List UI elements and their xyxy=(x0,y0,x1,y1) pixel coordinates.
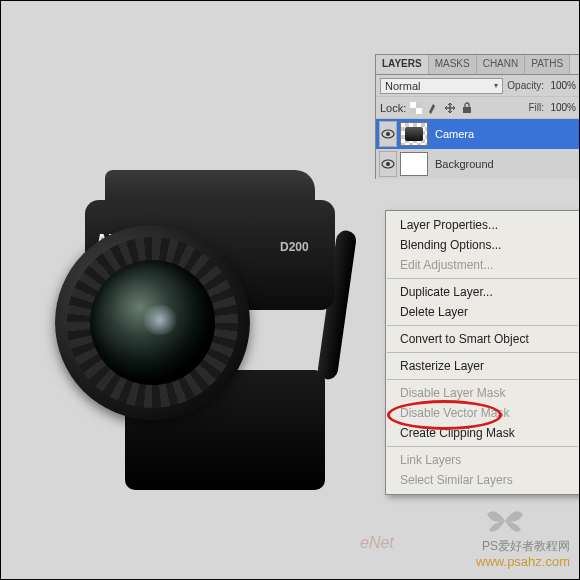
fill-label: Fill: xyxy=(528,102,544,113)
menu-item-select-similar-layers: Select Similar Layers xyxy=(386,470,579,490)
svg-rect-1 xyxy=(410,102,416,108)
menu-item-create-clipping-mask[interactable]: Create Clipping Mask xyxy=(386,423,579,443)
menu-separator xyxy=(387,446,578,447)
tab-paths[interactable]: PATHS xyxy=(525,55,570,74)
opacity-label: Opacity: xyxy=(507,80,544,91)
menu-item-disable-layer-mask: Disable Layer Mask xyxy=(386,383,579,403)
camera-image: Nikon D200 xyxy=(85,170,315,480)
menu-item-rasterize-layer[interactable]: Rasterize Layer xyxy=(386,356,579,376)
menu-item-link-layers: Link Layers xyxy=(386,450,579,470)
visibility-toggle[interactable] xyxy=(379,121,397,147)
menu-separator xyxy=(387,325,578,326)
opacity-value[interactable]: 100% xyxy=(548,80,576,91)
fill-value[interactable]: 100% xyxy=(548,102,576,113)
menu-item-disable-vector-mask: Disable Vector Mask xyxy=(386,403,579,423)
lock-fill-row: Lock: Fill: 100% xyxy=(376,97,580,119)
lock-label: Lock: xyxy=(380,102,406,114)
menu-item-edit-adjustment: Edit Adjustment... xyxy=(386,255,579,275)
layer-row-camera[interactable]: Camera xyxy=(376,119,580,149)
watermark-line2: www.psahz.com xyxy=(476,554,570,570)
tab-masks[interactable]: MASKS xyxy=(429,55,477,74)
camera-lens xyxy=(55,225,250,420)
camera-model-label: D200 xyxy=(280,240,309,254)
lens-glass xyxy=(90,260,215,385)
layer-name: Camera xyxy=(431,128,474,140)
lock-transparency-icon[interactable] xyxy=(410,102,422,114)
lock-position-icon[interactable] xyxy=(444,102,456,114)
butterfly-icon xyxy=(485,506,525,540)
layer-thumbnail[interactable] xyxy=(400,152,428,176)
lock-all-icon[interactable] xyxy=(461,102,473,114)
svg-rect-3 xyxy=(463,107,471,113)
menu-item-layer-properties[interactable]: Layer Properties... xyxy=(386,215,579,235)
menu-separator xyxy=(387,379,578,380)
lens-highlight xyxy=(140,305,180,335)
menu-separator xyxy=(387,352,578,353)
blend-mode-value: Normal xyxy=(385,80,420,92)
layers-list: Camera Background xyxy=(376,119,580,179)
svg-point-5 xyxy=(386,132,390,136)
layer-name: Background xyxy=(431,158,494,170)
blend-mode-select[interactable]: Normal xyxy=(380,78,503,94)
layer-thumbnail[interactable] xyxy=(400,122,428,146)
layers-panel: LAYERS MASKS CHANN PATHS Normal Opacity:… xyxy=(375,54,580,179)
menu-item-convert-to-smart-object[interactable]: Convert to Smart Object xyxy=(386,329,579,349)
panel-tabs: LAYERS MASKS CHANN PATHS xyxy=(376,55,580,75)
lock-pixels-icon[interactable] xyxy=(427,102,439,114)
menu-item-delete-layer[interactable]: Delete Layer xyxy=(386,302,579,322)
canvas-area: Nikon D200 xyxy=(30,120,365,490)
tab-layers[interactable]: LAYERS xyxy=(376,55,429,74)
watermark-enet: eNet xyxy=(360,534,394,552)
menu-item-duplicate-layer[interactable]: Duplicate Layer... xyxy=(386,282,579,302)
watermark-line1: PS爱好者教程网 xyxy=(476,538,570,554)
menu-item-blending-options[interactable]: Blending Options... xyxy=(386,235,579,255)
svg-point-7 xyxy=(386,162,390,166)
svg-rect-2 xyxy=(416,108,422,114)
watermark-text: PS爱好者教程网 www.psahz.com xyxy=(476,538,570,570)
menu-separator xyxy=(387,278,578,279)
lock-icons xyxy=(410,102,473,114)
tab-channels[interactable]: CHANN xyxy=(477,55,526,74)
layer-row-background[interactable]: Background xyxy=(376,149,580,179)
context-menu: Layer Properties...Blending Options...Ed… xyxy=(385,210,580,495)
blend-opacity-row: Normal Opacity: 100% xyxy=(376,75,580,97)
visibility-toggle[interactable] xyxy=(379,151,397,177)
